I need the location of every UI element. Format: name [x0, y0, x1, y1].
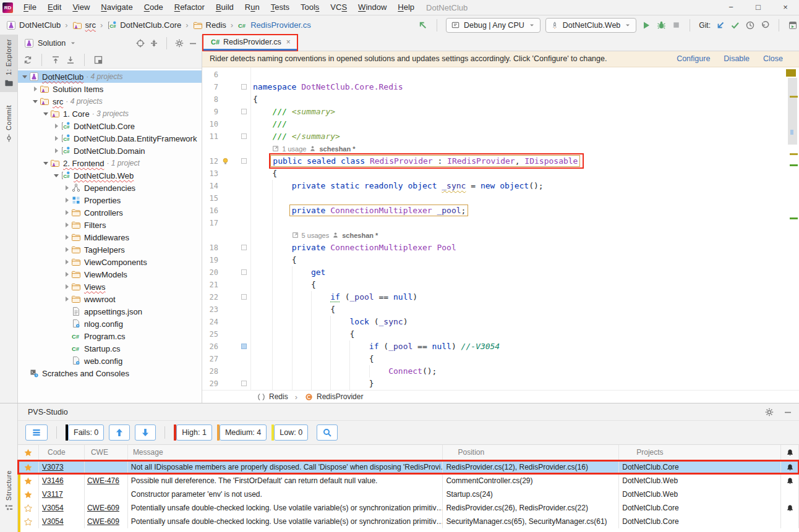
column-header-projects[interactable]: Projects: [636, 448, 663, 457]
code-line-17[interactable]: 17: [202, 217, 799, 229]
issue-row-v3117[interactable]: V3117Constructor parameter 'env' is not …: [18, 488, 799, 501]
fold-marker[interactable]: [241, 109, 247, 114]
chevron-right-icon[interactable]: [52, 146, 61, 155]
fold-marker[interactable]: [241, 158, 247, 164]
line-number[interactable]: 13: [202, 167, 218, 180]
git-commit-button[interactable]: [730, 20, 740, 30]
navigate-down-button[interactable]: [66, 55, 75, 65]
low-filter-button[interactable]: Low: 0: [274, 424, 308, 441]
menu-tests[interactable]: Tests: [265, 0, 295, 15]
line-number[interactable]: 19: [202, 254, 218, 266]
bell-icon[interactable]: [786, 504, 794, 512]
line-number[interactable]: 21: [202, 279, 218, 291]
chevron-down-icon[interactable]: [20, 72, 29, 81]
gear-icon[interactable]: [174, 38, 184, 48]
column-header-message[interactable]: Message: [133, 448, 163, 457]
next-issue-button[interactable]: [135, 424, 156, 441]
high-filter-button[interactable]: High: 1: [176, 424, 212, 441]
editor-breadcrumb-redisprovider[interactable]: RedisProvider: [303, 392, 364, 402]
menu-view[interactable]: View: [67, 0, 95, 15]
tree-item-src[interactable]: src· 4 projects: [18, 95, 202, 108]
issue-code-link[interactable]: V3117: [42, 490, 63, 499]
code-editor[interactable]: 67namespace DotNetClub.Core.Redis8{9 ///…: [202, 67, 799, 390]
line-number[interactable]: 26: [202, 340, 218, 353]
bell-icon[interactable]: [786, 463, 794, 471]
fold-marker[interactable]: [241, 245, 247, 250]
code-line-11[interactable]: 11 /// </summary>: [202, 130, 799, 143]
code-line-21[interactable]: 21 {: [202, 279, 799, 291]
breadcrumb-redisprovider-cs[interactable]: C#RedisProvider.cs: [236, 20, 312, 30]
fold-marker-highlighted[interactable]: [241, 344, 247, 349]
code-line-18[interactable]: 18 private ConnectionMultiplexer Pool: [202, 242, 799, 254]
line-number[interactable]: 27: [202, 353, 218, 365]
issue-row-v3146[interactable]: V3146CWE-476Possible null dereference. T…: [18, 474, 799, 488]
chevron-down-icon[interactable]: [41, 159, 50, 167]
line-number[interactable]: 24: [202, 316, 218, 328]
line-number[interactable]: 29: [202, 378, 218, 390]
code-line-16[interactable]: 16 private ConnectionMultiplexer _pool;: [202, 205, 799, 217]
code-line-6[interactable]: 6: [202, 69, 799, 81]
tree-item-startup-cs[interactable]: C#Startup.cs: [18, 342, 202, 355]
issue-code-link[interactable]: V3054: [42, 517, 64, 526]
chevron-right-icon[interactable]: [62, 258, 71, 266]
explorer-view-select[interactable]: Solution: [38, 39, 66, 48]
chevron-down-icon[interactable]: [52, 171, 61, 180]
issue-code-link[interactable]: V3146: [42, 476, 64, 485]
tree-item-middlewares[interactable]: Middlewares: [18, 231, 202, 243]
star-outline-icon[interactable]: [24, 504, 32, 512]
tree-item-dependencies[interactable]: Dependencies: [18, 182, 202, 194]
code-line-24[interactable]: 24 lock (_sync): [202, 316, 799, 328]
code-line-20[interactable]: 20 get: [202, 266, 799, 279]
tool-window-tab-explorer[interactable]: 1: Explorer: [0, 35, 17, 92]
column-header-cwe[interactable]: CWE: [91, 448, 108, 457]
code-line-22[interactable]: 22 if (_pool == null): [202, 291, 799, 303]
chevron-right-icon[interactable]: [62, 208, 71, 217]
menu-build[interactable]: Build: [210, 0, 239, 15]
code-line-12[interactable]: 12 public sealed class RedisProvider : I…: [202, 155, 799, 167]
sync-files-button[interactable]: [23, 55, 33, 65]
tree-item-controllers[interactable]: Controllers: [18, 206, 202, 219]
tree-item-dotnetclub-core[interactable]: C#DotNetClub.Core: [18, 120, 202, 132]
code-line-23[interactable]: 23 {: [202, 303, 799, 316]
line-number[interactable]: 20: [202, 266, 218, 279]
line-number[interactable]: 7: [202, 81, 218, 93]
code-line-27[interactable]: 27 {: [202, 353, 799, 365]
chevron-right-icon[interactable]: [62, 221, 71, 229]
column-header-position[interactable]: Position: [458, 448, 484, 457]
locate-file-button[interactable]: [135, 38, 145, 48]
code-line-25[interactable]: 25 {: [202, 328, 799, 340]
menu-help[interactable]: Help: [392, 0, 420, 15]
medium-filter-button[interactable]: Medium: 4: [220, 424, 267, 441]
cwe-link[interactable]: CWE-476: [87, 476, 119, 485]
menu-tools[interactable]: Tools: [295, 0, 325, 15]
tree-item-program-cs[interactable]: C#Program.cs: [18, 330, 202, 342]
line-number[interactable]: 15: [202, 192, 218, 205]
menu-run[interactable]: Run: [239, 0, 265, 15]
chevron-right-icon[interactable]: [62, 233, 71, 242]
chevron-right-icon[interactable]: [62, 245, 71, 254]
code-line-29[interactable]: 29 }: [202, 378, 799, 390]
code-line-19[interactable]: 19 {: [202, 254, 799, 266]
star-filled-icon[interactable]: [24, 477, 32, 485]
tree-item-2-frontend[interactable]: 2. Frontend· 1 project: [18, 157, 202, 169]
fold-marker[interactable]: [241, 84, 247, 90]
tree-item-web-config[interactable]: web.config: [18, 355, 202, 367]
maximize-button[interactable]: □: [745, 0, 772, 15]
tree-item-appsettings-json[interactable]: appsettings.json: [18, 305, 202, 318]
menu-file[interactable]: File: [18, 0, 42, 15]
code-line-26[interactable]: 26 if (_pool == null) //-V3054: [202, 340, 799, 353]
line-number[interactable]: 22: [202, 291, 218, 303]
code-line-15[interactable]: 15: [202, 192, 799, 205]
code-line-28[interactable]: 28 Connect();: [202, 365, 799, 378]
history-button[interactable]: [745, 20, 755, 30]
menu-code[interactable]: Code: [139, 0, 169, 15]
hide-panel-button[interactable]: [188, 38, 198, 48]
issue-code-link[interactable]: V3073: [42, 463, 64, 471]
navigate-up-button[interactable]: [51, 55, 61, 65]
tree-item-views[interactable]: Views: [18, 281, 202, 293]
chevron-right-icon[interactable]: [52, 134, 61, 143]
fold-marker[interactable]: [241, 294, 247, 300]
tree-item-solution-items[interactable]: Solution Items: [18, 83, 202, 95]
tree-item-taghelpers[interactable]: TagHelpers: [18, 243, 202, 256]
line-number[interactable]: 16: [202, 205, 218, 217]
